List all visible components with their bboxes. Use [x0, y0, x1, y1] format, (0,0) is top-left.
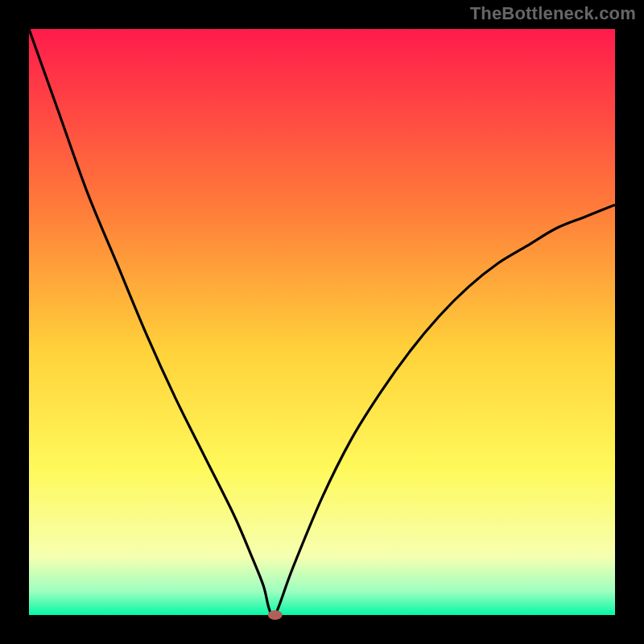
bottleneck-chart [0, 0, 644, 644]
watermark-text: TheBottleneck.com [470, 3, 636, 24]
plot-background [29, 29, 615, 615]
sweet-spot-marker [268, 610, 283, 620]
chart-frame: { "watermark": "TheBottleneck.com", "cha… [0, 0, 644, 644]
